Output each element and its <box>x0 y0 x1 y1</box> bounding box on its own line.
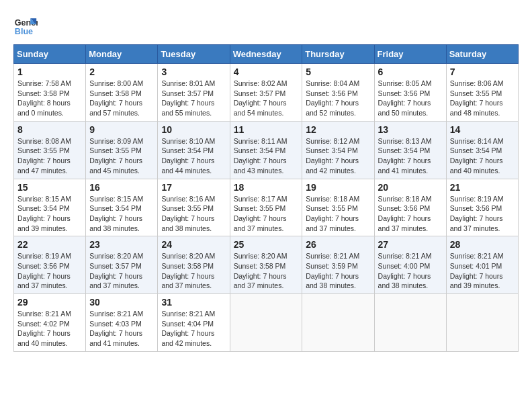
calendar-cell: 21Sunrise: 8:19 AM Sunset: 3:56 PM Dayli… <box>446 179 518 236</box>
day-info: Sunrise: 8:20 AM Sunset: 3:58 PM Dayligh… <box>234 251 299 291</box>
calendar-cell: 22Sunrise: 8:19 AM Sunset: 3:56 PM Dayli… <box>14 236 86 294</box>
day-info: Sunrise: 8:12 AM Sunset: 3:54 PM Dayligh… <box>306 136 370 176</box>
day-info: Sunrise: 8:13 AM Sunset: 3:54 PM Dayligh… <box>378 136 443 176</box>
calendar-week-row: 22Sunrise: 8:19 AM Sunset: 3:56 PM Dayli… <box>14 236 519 294</box>
day-info: Sunrise: 8:11 AM Sunset: 3:54 PM Dayligh… <box>234 136 299 176</box>
calendar-cell: 4Sunrise: 8:02 AM Sunset: 3:57 PM Daylig… <box>230 64 302 122</box>
calendar-cell: 6Sunrise: 8:05 AM Sunset: 3:56 PM Daylig… <box>374 64 446 122</box>
calendar-cell: 15Sunrise: 8:15 AM Sunset: 3:54 PM Dayli… <box>14 179 86 236</box>
day-info: Sunrise: 7:58 AM Sunset: 3:58 PM Dayligh… <box>17 79 82 118</box>
calendar-cell: 31Sunrise: 8:21 AM Sunset: 4:04 PM Dayli… <box>158 294 230 352</box>
day-info: Sunrise: 8:05 AM Sunset: 3:56 PM Dayligh… <box>378 79 443 118</box>
day-info: Sunrise: 8:21 AM Sunset: 4:04 PM Dayligh… <box>161 309 226 349</box>
day-number: 11 <box>234 124 299 135</box>
day-info: Sunrise: 8:15 AM Sunset: 3:54 PM Dayligh… <box>17 194 82 234</box>
calendar-day-header: Saturday <box>446 45 518 64</box>
day-number: 18 <box>234 182 299 193</box>
calendar-cell: 19Sunrise: 8:18 AM Sunset: 3:55 PM Dayli… <box>302 179 374 236</box>
calendar-week-row: 15Sunrise: 8:15 AM Sunset: 3:54 PM Dayli… <box>14 179 519 236</box>
calendar-table: SundayMondayTuesdayWednesdayThursdayFrid… <box>13 44 519 352</box>
day-number: 13 <box>378 124 443 135</box>
calendar-day-header: Monday <box>86 45 158 64</box>
calendar-cell: 7Sunrise: 8:06 AM Sunset: 3:55 PM Daylig… <box>446 64 518 122</box>
day-info: Sunrise: 8:14 AM Sunset: 3:54 PM Dayligh… <box>450 136 515 176</box>
day-number: 30 <box>89 297 154 308</box>
calendar-day-header: Tuesday <box>158 45 230 64</box>
calendar-cell: 25Sunrise: 8:20 AM Sunset: 3:58 PM Dayli… <box>230 236 302 294</box>
calendar-cell: 9Sunrise: 8:09 AM Sunset: 3:55 PM Daylig… <box>86 121 158 179</box>
day-info: Sunrise: 8:06 AM Sunset: 3:55 PM Dayligh… <box>450 79 515 118</box>
calendar-week-row: 29Sunrise: 8:21 AM Sunset: 4:02 PM Dayli… <box>14 294 519 352</box>
day-number: 24 <box>161 239 226 250</box>
calendar-cell: 28Sunrise: 8:21 AM Sunset: 4:01 PM Dayli… <box>446 236 518 294</box>
day-number: 1 <box>17 66 82 77</box>
calendar-cell: 10Sunrise: 8:10 AM Sunset: 3:54 PM Dayli… <box>158 121 230 179</box>
day-info: Sunrise: 8:21 AM Sunset: 4:00 PM Dayligh… <box>378 251 443 291</box>
calendar-cell: 1Sunrise: 7:58 AM Sunset: 3:58 PM Daylig… <box>14 64 86 122</box>
day-info: Sunrise: 8:01 AM Sunset: 3:57 PM Dayligh… <box>161 79 226 118</box>
calendar-cell: 5Sunrise: 8:04 AM Sunset: 3:56 PM Daylig… <box>302 64 374 122</box>
calendar-cell: 24Sunrise: 8:20 AM Sunset: 3:58 PM Dayli… <box>158 236 230 294</box>
day-info: Sunrise: 8:04 AM Sunset: 3:56 PM Dayligh… <box>306 79 370 118</box>
calendar-cell <box>230 294 302 352</box>
day-number: 8 <box>17 124 82 135</box>
day-number: 12 <box>306 124 370 135</box>
day-number: 15 <box>17 182 82 193</box>
day-info: Sunrise: 8:00 AM Sunset: 3:58 PM Dayligh… <box>89 79 154 118</box>
calendar-cell: 2Sunrise: 8:00 AM Sunset: 3:58 PM Daylig… <box>86 64 158 122</box>
calendar-cell: 30Sunrise: 8:21 AM Sunset: 4:03 PM Dayli… <box>86 294 158 352</box>
calendar-cell: 29Sunrise: 8:21 AM Sunset: 4:02 PM Dayli… <box>14 294 86 352</box>
day-info: Sunrise: 8:08 AM Sunset: 3:55 PM Dayligh… <box>17 136 82 176</box>
day-info: Sunrise: 8:21 AM Sunset: 4:02 PM Dayligh… <box>17 309 82 349</box>
day-number: 23 <box>89 239 154 250</box>
logo: General Blue <box>13 13 40 38</box>
day-number: 29 <box>17 297 82 308</box>
calendar-cell: 17Sunrise: 8:16 AM Sunset: 3:55 PM Dayli… <box>158 179 230 236</box>
day-number: 2 <box>89 66 154 77</box>
day-number: 27 <box>378 239 443 250</box>
day-number: 21 <box>450 182 515 193</box>
calendar-cell: 14Sunrise: 8:14 AM Sunset: 3:54 PM Dayli… <box>446 121 518 179</box>
day-info: Sunrise: 8:16 AM Sunset: 3:55 PM Dayligh… <box>161 194 226 234</box>
day-info: Sunrise: 8:21 AM Sunset: 3:59 PM Dayligh… <box>306 251 370 291</box>
calendar-header-row: SundayMondayTuesdayWednesdayThursdayFrid… <box>14 45 519 64</box>
day-number: 19 <box>306 182 370 193</box>
calendar-day-header: Sunday <box>14 45 86 64</box>
day-number: 5 <box>306 66 370 77</box>
day-number: 6 <box>378 66 443 77</box>
day-number: 26 <box>306 239 370 250</box>
day-info: Sunrise: 8:18 AM Sunset: 3:56 PM Dayligh… <box>378 194 443 234</box>
calendar-cell: 23Sunrise: 8:20 AM Sunset: 3:57 PM Dayli… <box>86 236 158 294</box>
calendar-body: 1Sunrise: 7:58 AM Sunset: 3:58 PM Daylig… <box>14 64 519 352</box>
calendar-cell <box>302 294 374 352</box>
logo-icon: General Blue <box>13 13 38 38</box>
calendar-cell: 27Sunrise: 8:21 AM Sunset: 4:00 PM Dayli… <box>374 236 446 294</box>
calendar-week-row: 8Sunrise: 8:08 AM Sunset: 3:55 PM Daylig… <box>14 121 519 179</box>
calendar-cell: 12Sunrise: 8:12 AM Sunset: 3:54 PM Dayli… <box>302 121 374 179</box>
calendar-cell: 11Sunrise: 8:11 AM Sunset: 3:54 PM Dayli… <box>230 121 302 179</box>
day-info: Sunrise: 8:21 AM Sunset: 4:01 PM Dayligh… <box>450 251 515 291</box>
calendar-cell: 26Sunrise: 8:21 AM Sunset: 3:59 PM Dayli… <box>302 236 374 294</box>
calendar-cell: 18Sunrise: 8:17 AM Sunset: 3:55 PM Dayli… <box>230 179 302 236</box>
day-number: 20 <box>378 182 443 193</box>
calendar-cell: 8Sunrise: 8:08 AM Sunset: 3:55 PM Daylig… <box>14 121 86 179</box>
day-number: 22 <box>17 239 82 250</box>
day-number: 3 <box>161 66 226 77</box>
calendar-cell <box>374 294 446 352</box>
day-number: 4 <box>234 66 299 77</box>
day-number: 9 <box>89 124 154 135</box>
calendar-day-header: Thursday <box>302 45 374 64</box>
svg-text:Blue: Blue <box>15 27 33 36</box>
calendar-cell: 20Sunrise: 8:18 AM Sunset: 3:56 PM Dayli… <box>374 179 446 236</box>
calendar-cell: 13Sunrise: 8:13 AM Sunset: 3:54 PM Dayli… <box>374 121 446 179</box>
calendar-cell: 3Sunrise: 8:01 AM Sunset: 3:57 PM Daylig… <box>158 64 230 122</box>
day-number: 25 <box>234 239 299 250</box>
day-number: 31 <box>161 297 226 308</box>
day-info: Sunrise: 8:15 AM Sunset: 3:54 PM Dayligh… <box>89 194 154 234</box>
calendar-day-header: Wednesday <box>230 45 302 64</box>
day-info: Sunrise: 8:10 AM Sunset: 3:54 PM Dayligh… <box>161 136 226 176</box>
day-info: Sunrise: 8:17 AM Sunset: 3:55 PM Dayligh… <box>234 194 299 234</box>
calendar-cell <box>446 294 518 352</box>
day-number: 7 <box>450 66 515 77</box>
day-number: 17 <box>161 182 226 193</box>
